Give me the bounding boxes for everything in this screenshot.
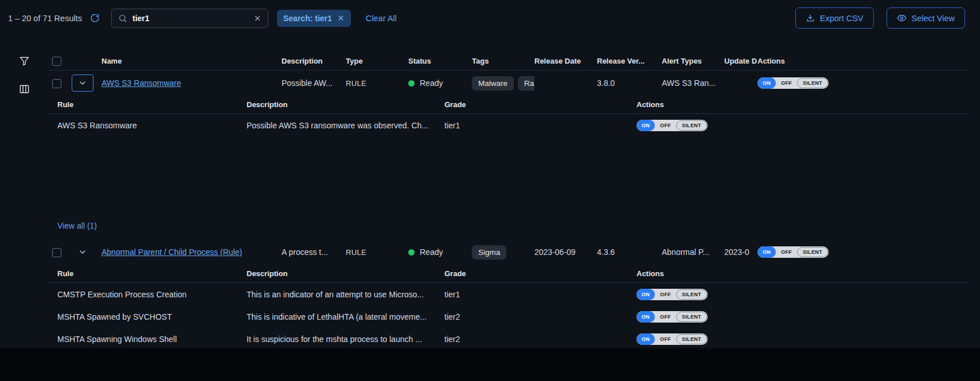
tag-pill[interactable]: Ra [518, 76, 534, 91]
toggle-off[interactable]: OFF [776, 77, 797, 89]
export-csv-button[interactable]: Export CSV [795, 7, 874, 29]
toggle-on[interactable]: ON [758, 246, 776, 258]
expand-cell [72, 243, 101, 261]
toggle-on[interactable]: ON [637, 333, 655, 345]
toggle-off[interactable]: OFF [655, 333, 676, 345]
topbar: 1 – 20 of 71 Results Search: tier1 Clear… [0, 0, 980, 36]
state-toggle: ON OFF SILENT [758, 77, 829, 89]
rules-table: Name Description Type Status Tags Releas… [49, 36, 980, 348]
description-cell: Possible AW... [282, 78, 346, 88]
select-all-checkbox[interactable] [52, 57, 61, 66]
toggle-on[interactable]: ON [637, 120, 655, 131]
tag-pill[interactable]: Malware [472, 76, 514, 91]
sub-table-row: MSHTA Spawning Windows Shell It is suspi… [49, 328, 969, 348]
alert-types-cell: Abnormal P... [662, 248, 724, 257]
toggle-on[interactable]: ON [637, 311, 655, 323]
search-clear-icon[interactable] [253, 14, 261, 22]
toggle-off[interactable]: OFF [655, 120, 676, 131]
state-toggle: ON OFF SILENT [637, 311, 708, 323]
tags-cell: Malware Ra [472, 76, 534, 91]
columns-icon[interactable] [19, 84, 30, 95]
search-input[interactable] [132, 14, 248, 23]
status-cell: Ready [408, 78, 472, 88]
expanded-panel: Rule Description Grade Actions AWS S3 Ra… [49, 96, 969, 239]
type-cell: RULE [346, 248, 408, 257]
column-header-type[interactable]: Type [346, 57, 408, 65]
column-header-alert-types[interactable]: Alert Types [662, 57, 724, 65]
search-box [111, 9, 268, 28]
actions-cell: ON OFF SILENT [758, 246, 969, 258]
refresh-icon[interactable] [90, 13, 100, 23]
row-checkbox-cell [49, 78, 72, 88]
app: 1 – 20 of 71 Results Search: tier1 Clear… [0, 0, 980, 381]
sub-grade-cell: tier2 [444, 335, 637, 344]
select-view-button[interactable]: Select View [887, 7, 966, 29]
body: Name Description Type Status Tags Releas… [0, 36, 980, 348]
expand-cell [72, 74, 101, 92]
state-toggle: ON OFF SILENT [758, 246, 829, 258]
column-header-status[interactable]: Status [408, 57, 472, 65]
description-cell: A process t... [282, 248, 346, 257]
table-row: Abnormal Parent / Child Process (Rule) A… [49, 239, 969, 265]
tag-pill[interactable]: Sigma [472, 245, 506, 260]
status-label: Ready [420, 248, 443, 257]
filter-chip-label: Search: tier1 [283, 14, 332, 23]
search-filter-chip[interactable]: Search: tier1 [277, 10, 351, 27]
state-toggle: ON OFF SILENT [637, 120, 708, 131]
sub-rule-cell: AWS S3 Ransomware [57, 121, 247, 130]
actions-cell: ON OFF SILENT [758, 77, 969, 89]
sub-actions-cell: ON OFF SILENT [637, 333, 969, 345]
sub-table-row: CMSTP Execution Process Creation This is… [49, 283, 969, 305]
toggle-on[interactable]: ON [758, 77, 776, 89]
toggle-off[interactable]: OFF [655, 289, 676, 300]
view-all-link[interactable]: View all (1) [57, 221, 97, 230]
name-cell: Abnormal Parent / Child Process (Rule) [101, 248, 282, 257]
sub-table-header: Rule Description Grade Actions [49, 96, 969, 114]
row-checkbox-cell [49, 247, 72, 257]
row-checkbox[interactable] [52, 79, 61, 88]
filter-icon[interactable] [19, 56, 30, 66]
sub-description-cell: This is an indicator of an attempt to us… [247, 290, 444, 299]
sub-rule-cell: MSHTA Spawned by SVCHOST [57, 312, 247, 321]
sub-column-rule: Rule [57, 100, 247, 109]
column-header-actions: Actions [758, 57, 969, 65]
sub-description-cell: Possible AWS S3 ransomware was observed.… [247, 121, 444, 130]
toggle-silent[interactable]: SILENT [676, 120, 707, 131]
release-version-cell: 3.8.0 [597, 78, 662, 88]
chip-close-icon[interactable] [337, 14, 345, 22]
toggle-silent[interactable]: SILENT [676, 334, 707, 344]
column-header-update-date[interactable]: Update D [724, 57, 758, 65]
download-icon [806, 14, 815, 23]
state-toggle: ON OFF SILENT [637, 289, 708, 300]
rule-name-link[interactable]: AWS S3 Ransomware [101, 78, 181, 88]
column-header-description[interactable]: Description [282, 57, 346, 65]
row-checkbox[interactable] [52, 248, 61, 257]
clear-all-link[interactable]: Clear All [366, 14, 397, 23]
column-header-release-date[interactable]: Release Date [534, 57, 597, 65]
toggle-silent[interactable]: SILENT [676, 289, 707, 300]
sub-column-rule: Rule [57, 269, 247, 278]
rule-name-link[interactable]: Abnormal Parent / Child Process (Rule) [101, 248, 242, 257]
sub-grade-cell: tier2 [444, 312, 637, 321]
panel-spacer [49, 136, 969, 221]
chevron-down-icon [78, 248, 87, 257]
column-header-name[interactable]: Name [101, 57, 282, 65]
sub-actions-cell: ON OFF SILENT [637, 289, 969, 300]
toggle-silent[interactable]: SILENT [797, 78, 828, 88]
column-header-release-version[interactable]: Release Ver... [597, 57, 662, 65]
column-header-tags[interactable]: Tags [472, 57, 534, 65]
toggle-on[interactable]: ON [637, 289, 655, 300]
sub-column-description: Description [247, 100, 444, 109]
collapse-row-button[interactable] [72, 74, 93, 92]
type-cell: RULE [346, 79, 408, 88]
sub-description-cell: It is suspicious for the mshta process t… [247, 335, 444, 344]
toggle-off[interactable]: OFF [776, 246, 797, 258]
table-header-row: Name Description Type Status Tags Releas… [49, 52, 969, 70]
status-ready-dot [408, 80, 415, 87]
toggle-off[interactable]: OFF [655, 311, 676, 323]
sub-column-description: Description [247, 269, 444, 278]
collapse-row-button[interactable] [72, 243, 93, 261]
toggle-silent[interactable]: SILENT [797, 247, 828, 257]
toggle-silent[interactable]: SILENT [676, 312, 707, 322]
sidebar [0, 36, 49, 348]
